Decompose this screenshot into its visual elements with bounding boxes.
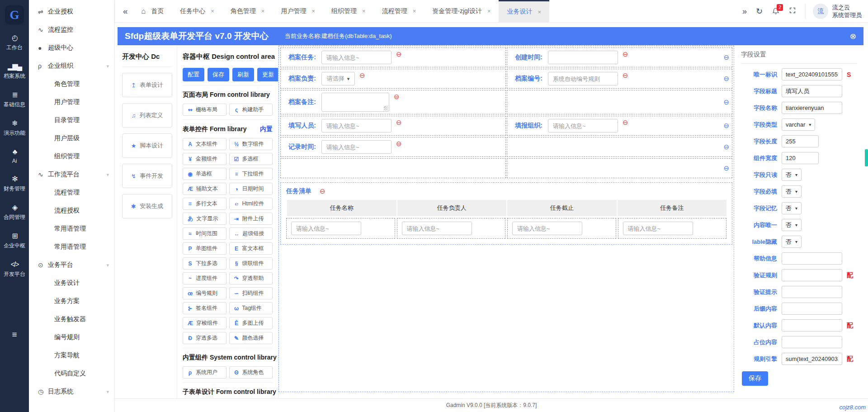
field-setting-input[interactable] [782,135,819,147]
component-button[interactable]: ρ 系统用户 [183,366,226,379]
sidebar-item[interactable]: 组织管理 [29,147,114,166]
tab-close-icon[interactable]: × [487,8,491,14]
tab[interactable]: 任务中心 × [172,0,222,22]
remove-row-icon[interactable]: ⊖ [723,143,729,151]
app-logo[interactable]: G [5,5,24,24]
remove-field-icon[interactable]: ⊖ [623,118,628,127]
tab-close-icon[interactable]: × [413,8,416,14]
field-setting-input[interactable] [782,319,842,331]
component-button[interactable]: ≈ 时间范围 [183,227,226,240]
form-cell[interactable]: 填报组织: ⊖ ⊖ [507,116,732,136]
component-button[interactable]: Æ 辅助文本 [183,183,226,195]
form-cell[interactable]: ⊖ [507,137,732,157]
tab[interactable]: ⌂ 首页 [133,0,172,22]
tab-close-icon[interactable]: × [362,8,366,14]
field-input[interactable] [321,140,392,154]
form-cell[interactable]: 记录时间: ⊖ [280,137,506,157]
sidebar-item[interactable]: 业务方案 [29,292,114,310]
field-setting-select[interactable]: 否▾ [782,236,802,248]
sidebar-item[interactable]: ◷ 日志系统 ▾ [29,383,114,401]
field-setting-input[interactable] [782,252,842,265]
notifications-bell-icon[interactable]: 2 [772,7,780,15]
action-button[interactable]: 更新 [257,68,278,81]
sidebar-item[interactable]: 业务触发器 [29,310,114,328]
sidebar-item[interactable]: 编号规则 [29,328,114,346]
component-button[interactable]: ℮ Html控件 [229,198,273,210]
component-button[interactable]: ¥ 金额组件 [183,153,226,165]
component-button[interactable]: ω Tag组件 [229,302,273,314]
field-setting-select[interactable]: varchar▾ [782,118,815,131]
sidebar-item[interactable]: ⊙ 业务平台 ▾ [29,256,114,274]
form-cell[interactable]: 填写人员: ⊖ [280,116,506,136]
field-input[interactable] [548,72,618,85]
subtable-input[interactable] [623,222,693,235]
user-menu[interactable]: 流 流之云 系统管理员 [805,4,862,19]
subtable-cell[interactable] [286,218,395,239]
component-button[interactable]: § 级联组件 [229,257,273,270]
sidebar-item[interactable]: 常用语管理 [29,220,114,238]
sidebar-item[interactable]: 流程管理 [29,184,114,202]
dev-center-button[interactable]: ✱ 安装生成 [122,194,172,218]
component-button[interactable]: ½ 数字组件 [229,138,273,150]
subtable-input[interactable] [512,222,582,235]
builtin-link[interactable]: 内置 [260,125,273,133]
component-button[interactable]: ς 构建助手 [229,104,273,116]
tab[interactable]: 资金管理-zjgl设计 × [424,0,499,22]
field-setting-input[interactable] [782,303,842,315]
rail-item[interactable]: ≣ 基础信息 [0,90,29,109]
field-textarea[interactable] [321,93,389,112]
form-cell[interactable]: 档案备注: ⊖ [280,90,506,114]
field-input[interactable] [321,51,392,64]
dev-center-button[interactable]: ↥ 表单设计 [122,73,172,97]
field-setting-input[interactable] [782,152,819,164]
refresh-icon[interactable]: ↻ [756,7,763,15]
sidebar-item[interactable]: ∿ 流程监控 [29,21,114,39]
tab[interactable]: 业务设计 × [499,0,549,22]
tab[interactable]: 流程管理 × [374,0,425,22]
component-button[interactable]: ◉ 单选框 [183,168,226,180]
field-input[interactable] [548,51,618,64]
remove-field-icon[interactable]: ⊖ [359,71,365,80]
rail-item[interactable]: ✻ 财务管理 [0,175,29,193]
rail-item[interactable]: ◴ 工作台 [0,33,29,52]
form-cell[interactable]: 档案编号: ⊖ ⊖ [507,69,732,89]
remove-row-icon[interactable]: ⊖ [723,98,729,106]
component-button[interactable]: ↭ 栅格布局 [183,104,226,116]
rail-item[interactable]: ◈ 合同管理 [0,203,29,221]
tab[interactable]: 用户管理 × [273,0,323,22]
remove-row-icon[interactable]: ⊖ [723,122,729,130]
remove-field-icon[interactable]: ⊖ [396,140,402,148]
field-setting-input[interactable] [782,286,842,298]
form-cell[interactable]: ⊖ [507,158,732,178]
sidebar-item[interactable]: 业务设计 [29,274,114,292]
component-button[interactable]: A 文本组件 [183,138,226,150]
sidebar-item[interactable]: 方案导航 [29,346,114,365]
tabs-back-icon[interactable]: « [123,6,128,16]
form-cell[interactable]: 档案负责: 请选择▾ ⊖ [280,69,506,89]
remove-field-icon[interactable]: ⊖ [394,93,400,101]
field-input[interactable] [548,119,618,133]
sidebar-item[interactable]: 目录管理 [29,111,114,129]
rail-item[interactable]: ▂▆▄ 档案系统 [0,62,29,80]
component-button[interactable]: ✎ 颜色选择 [229,332,273,344]
tab-close-icon[interactable]: × [538,9,541,15]
field-setting-input[interactable] [782,85,842,97]
field-select[interactable]: 请选择▾ [321,72,355,85]
component-button[interactable]: œ 编号规则 [183,287,226,299]
field-input[interactable] [321,119,392,133]
field-setting-select[interactable]: 否▾ [782,219,802,231]
menu-collapse-icon[interactable]: ≡ [12,330,17,340]
scrollbar-thumb[interactable] [865,149,868,166]
dev-center-button[interactable]: ↯ 事件开发 [122,164,172,188]
subtable-cell[interactable] [397,218,506,239]
component-button[interactable]: あ 文字显示 [183,213,226,225]
remove-field-icon[interactable]: ⊖ [396,118,402,127]
component-button[interactable]: ◑ 日期时间 [229,183,273,195]
component-button[interactable]: ⊱ 签名组件 [183,302,226,314]
dev-center-button[interactable]: ★ 脚本设计 [122,133,172,158]
tab-close-icon[interactable]: × [311,8,315,14]
form-cell[interactable]: ⊖ [507,90,732,114]
subtable-cell[interactable] [618,218,727,239]
form-cell[interactable]: 档案任务: ⊖ [280,47,506,67]
remove-field-icon[interactable]: ⊖ [396,50,402,58]
